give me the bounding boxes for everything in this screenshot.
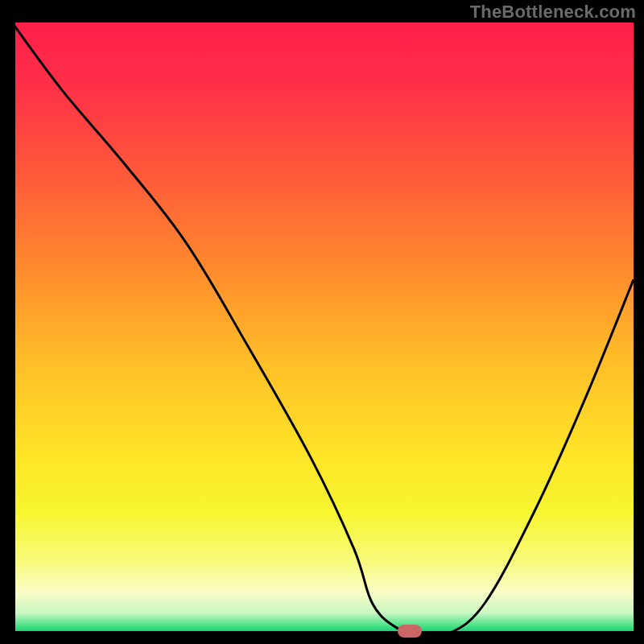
plot-area: [12, 23, 634, 634]
chart-stage: TheBottleneck.com: [0, 0, 644, 644]
optimal-marker: [398, 625, 422, 638]
watermark-text: TheBottleneck.com: [470, 2, 636, 23]
gradient-background: [12, 23, 634, 634]
chart-svg: [12, 23, 634, 634]
